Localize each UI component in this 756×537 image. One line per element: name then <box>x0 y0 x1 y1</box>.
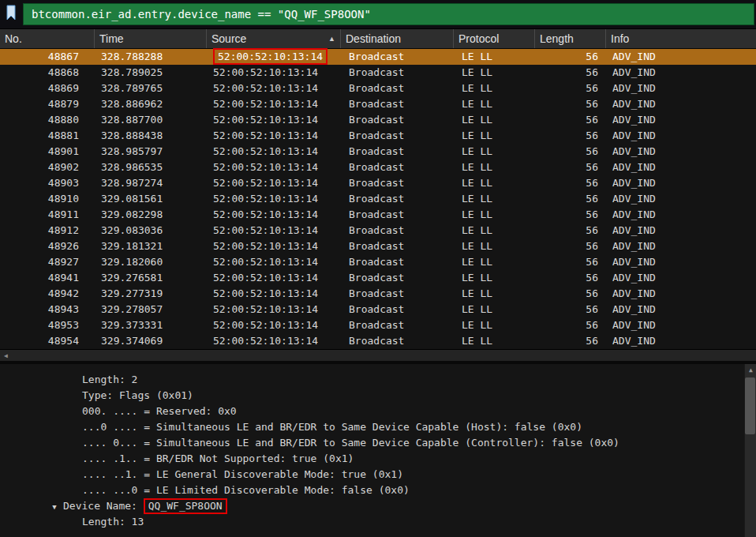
packet-row[interactable]: 48903328.98727452:00:52:10:13:14Broadcas… <box>0 175 756 191</box>
cell-source: 52:00:52:10:13:14 <box>207 49 341 65</box>
detail-line[interactable]: Type: Flags (0x01) <box>0 388 756 404</box>
detail-line[interactable]: 000. .... = Reserved: 0x0 <box>0 404 756 419</box>
packet-row[interactable]: 48867328.78828852:00:52:10:13:14Broadcas… <box>0 49 756 65</box>
detail-text: ...0 .... = Simultaneous LE and BR/EDR t… <box>82 421 582 433</box>
cell-time: 328.986535 <box>95 160 207 175</box>
annotation-highlight-box: 52:00:52:10:13:14 <box>213 48 327 65</box>
expander-icon[interactable]: ▼ <box>46 499 63 515</box>
cell-proto: LE LL <box>454 175 535 191</box>
cell-len: 56 <box>535 238 606 254</box>
packet-row[interactable]: 48927329.18206052:00:52:10:13:14Broadcas… <box>0 254 756 270</box>
cell-time: 329.277319 <box>95 286 207 302</box>
display-filter-input[interactable]: btcommon.eir_ad.entry.device_name == "QQ… <box>23 3 754 25</box>
detail-text: Length: 2 <box>82 374 137 385</box>
cell-info: ADV_IND <box>606 302 756 317</box>
detail-line[interactable]: Length: 13 <box>0 514 756 530</box>
detail-line[interactable]: .... 0... = Simultaneous LE and BR/EDR t… <box>0 435 756 451</box>
cell-info: ADV_IND <box>606 317 756 333</box>
packet-row[interactable]: 48926329.18132152:00:52:10:13:14Broadcas… <box>0 238 756 254</box>
packet-row[interactable]: 48943329.27805752:00:52:10:13:14Broadcas… <box>0 302 756 317</box>
packet-row[interactable]: 48869328.78976552:00:52:10:13:14Broadcas… <box>0 81 756 96</box>
scroll-up-button[interactable]: ▲ <box>745 364 756 376</box>
detail-line[interactable]: ...0 .... = Simultaneous LE and BR/EDR t… <box>0 419 756 435</box>
cell-dest: Broadcast <box>341 175 454 191</box>
cell-dest: Broadcast <box>341 81 454 96</box>
detail-lines: Length: 2Type: Flags (0x01)000. .... = R… <box>0 372 756 530</box>
packet-row[interactable]: 48880328.88770052:00:52:10:13:14Broadcas… <box>0 112 756 128</box>
cell-source: 52:00:52:10:13:14 <box>207 270 341 286</box>
packet-row[interactable]: 48910329.08156152:00:52:10:13:14Broadcas… <box>0 191 756 207</box>
cell-proto: LE LL <box>454 317 535 333</box>
packet-row[interactable]: 48902328.98653552:00:52:10:13:14Broadcas… <box>0 160 756 175</box>
column-label: Info <box>611 32 629 45</box>
cell-dest: Broadcast <box>341 302 454 317</box>
detail-line[interactable]: .... ...0 = LE Limited Discoverable Mode… <box>0 483 756 498</box>
detail-text: Length: 13 <box>82 516 144 528</box>
scroll-left-button[interactable]: ◀ <box>0 350 12 362</box>
bookmark-icon <box>6 5 17 24</box>
column-label: Length <box>540 32 574 45</box>
horizontal-scrollbar[interactable]: ◀ <box>0 349 756 361</box>
packet-row[interactable]: 48953329.37333152:00:52:10:13:14Broadcas… <box>0 317 756 333</box>
packet-row[interactable]: 48868328.78902552:00:52:10:13:14Broadcas… <box>0 65 756 81</box>
packet-row[interactable]: 48911329.08229852:00:52:10:13:14Broadcas… <box>0 207 756 223</box>
packet-row[interactable]: 48942329.27731952:00:52:10:13:14Broadcas… <box>0 286 756 302</box>
cell-len: 56 <box>535 112 606 128</box>
column-header-protocol[interactable]: Protocol <box>454 29 535 48</box>
cell-proto: LE LL <box>454 112 535 128</box>
cell-time: 329.373331 <box>95 317 207 333</box>
cell-len: 56 <box>535 160 606 175</box>
vertical-scrollbar[interactable]: ▲ <box>744 364 756 537</box>
packet-row[interactable]: 48901328.98579752:00:52:10:13:14Broadcas… <box>0 144 756 160</box>
packet-row[interactable]: 48954329.37406952:00:52:10:13:14Broadcas… <box>0 333 756 349</box>
cell-dest: Broadcast <box>341 144 454 160</box>
column-header-source[interactable]: Source▲ <box>207 29 341 48</box>
cell-no: 48903 <box>0 175 95 191</box>
detail-line[interactable]: .... .1.. = BR/EDR Not Supported: true (… <box>0 451 756 467</box>
cell-info: ADV_IND <box>606 270 756 286</box>
column-header-time[interactable]: Time <box>95 29 207 48</box>
cell-info: ADV_IND <box>606 207 756 223</box>
filter-bookmark-button[interactable] <box>2 3 21 25</box>
wireshark-window: btcommon.eir_ad.entry.device_name == "QQ… <box>0 0 756 537</box>
cell-source: 52:00:52:10:13:14 <box>207 286 341 302</box>
detail-text: 000. .... = Reserved: 0x0 <box>82 405 237 417</box>
cell-no: 48927 <box>0 254 95 270</box>
cell-len: 56 <box>535 49 606 65</box>
cell-len: 56 <box>535 317 606 333</box>
cell-proto: LE LL <box>454 333 535 349</box>
packet-row[interactable]: 48912329.08303652:00:52:10:13:14Broadcas… <box>0 223 756 238</box>
packet-rows: 48867328.78828852:00:52:10:13:14Broadcas… <box>0 49 756 349</box>
cell-info: ADV_IND <box>606 286 756 302</box>
cell-no: 48901 <box>0 144 95 160</box>
cell-time: 329.181321 <box>95 238 207 254</box>
detail-text: .... 0... = Simultaneous LE and BR/EDR t… <box>82 437 619 449</box>
packet-row[interactable]: 48941329.27658152:00:52:10:13:14Broadcas… <box>0 270 756 286</box>
cell-info: ADV_IND <box>606 191 756 207</box>
packet-row[interactable]: 48881328.88843852:00:52:10:13:14Broadcas… <box>0 128 756 144</box>
cell-proto: LE LL <box>454 286 535 302</box>
detail-line[interactable]: .... ..1. = LE General Discoverable Mode… <box>0 467 756 483</box>
column-header-destination[interactable]: Destination <box>341 29 454 48</box>
column-header-info[interactable]: Info <box>606 29 756 48</box>
packet-row[interactable]: 48879328.88696252:00:52:10:13:14Broadcas… <box>0 96 756 112</box>
cell-source: 52:00:52:10:13:14 <box>207 65 341 81</box>
cell-source: 52:00:52:10:13:14 <box>207 302 341 317</box>
cell-no: 48911 <box>0 207 95 223</box>
column-header-length[interactable]: Length <box>535 29 606 48</box>
cell-time: 329.374069 <box>95 333 207 349</box>
cell-source: 52:00:52:10:13:14 <box>207 238 341 254</box>
cell-info: ADV_IND <box>606 175 756 191</box>
detail-line[interactable]: Length: 2 <box>0 372 756 388</box>
cell-info: ADV_IND <box>606 96 756 112</box>
detail-line[interactable]: ▼Device Name: QQ_WF_SP8OON <box>0 498 756 514</box>
detail-text: .... ...0 = LE Limited Discoverable Mode… <box>82 484 410 496</box>
cell-len: 56 <box>535 270 606 286</box>
column-header-no[interactable]: No. <box>0 29 95 48</box>
cell-len: 56 <box>535 191 606 207</box>
cell-source: 52:00:52:10:13:14 <box>207 317 341 333</box>
cell-len: 56 <box>535 96 606 112</box>
scrollbar-thumb[interactable] <box>745 377 755 434</box>
cell-info: ADV_IND <box>606 223 756 238</box>
cell-proto: LE LL <box>454 207 535 223</box>
